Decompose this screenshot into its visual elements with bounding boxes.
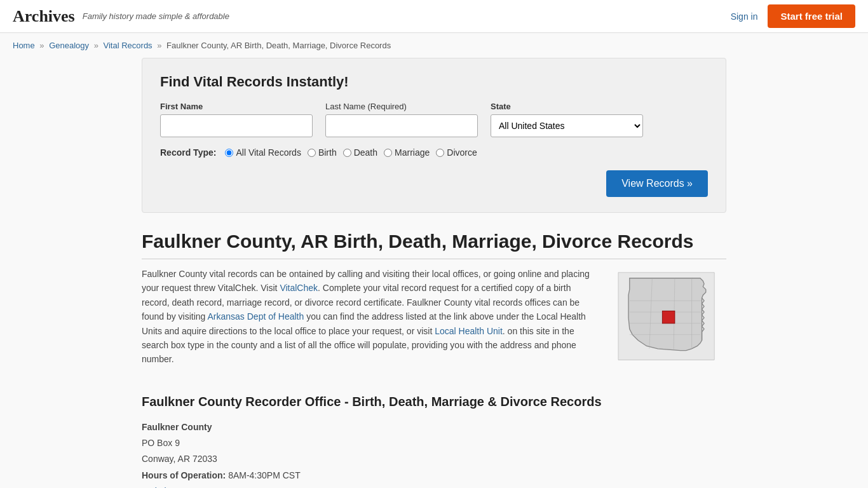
breadcrumb-sep1: » [39, 41, 44, 50]
view-records-button[interactable]: View Records » [606, 170, 708, 197]
local-health-link[interactable]: Local Health Unit [435, 326, 503, 336]
office-name: Faulkner County [142, 419, 726, 435]
signin-link[interactable]: Sign in [731, 11, 758, 22]
radio-divorce[interactable] [436, 149, 444, 157]
first-name-input[interactable] [160, 114, 313, 137]
main-content: Find Vital Records Instantly! First Name… [129, 58, 739, 488]
search-card-title: Find Vital Records Instantly! [160, 74, 708, 90]
last-name-label: Last Name (Required) [325, 102, 478, 111]
body-text: Faulkner County vital records can be ont… [142, 267, 597, 370]
header-logo-area: Archives Family history made simple & af… [13, 7, 229, 26]
site-logo: Archives [13, 7, 75, 26]
state-label: State [491, 102, 643, 111]
office-hours: Hours of Operation: 8AM-4:30PM CST [142, 468, 726, 484]
breadcrumb-sep2: » [94, 41, 98, 50]
radio-death[interactable] [343, 149, 351, 157]
last-name-group: Last Name (Required) [325, 102, 478, 137]
record-type-birth[interactable]: Birth [308, 147, 337, 158]
record-type-death[interactable]: Death [343, 147, 377, 158]
radio-birth[interactable] [308, 149, 316, 157]
form-fields-row: First Name Last Name (Required) State Al… [160, 102, 708, 137]
radio-marriage[interactable] [384, 149, 392, 157]
breadcrumb-sep3: » [157, 41, 161, 50]
ar-health-link[interactable]: Arkansas Dept of Health [208, 311, 304, 322]
vitalchek-link[interactable]: VitalChek [280, 283, 318, 293]
view-records-row: View Records » [160, 170, 708, 197]
record-type-all[interactable]: All Vital Records [225, 147, 301, 158]
record-type-label: Record Type: [160, 147, 216, 158]
record-type-divorce[interactable]: Divorce [436, 147, 477, 158]
first-name-label: First Name [160, 102, 313, 111]
breadcrumb-vital-records[interactable]: Vital Records [104, 41, 153, 50]
state-map [612, 267, 726, 370]
first-name-group: First Name [160, 102, 313, 137]
hours-label: Hours of Operation: [142, 470, 226, 480]
record-type-row: Record Type: All Vital Records Birth Dea… [160, 147, 708, 158]
radio-all[interactable] [225, 149, 233, 157]
hours-value: 8AM-4:30PM CST [228, 470, 301, 480]
header-actions: Sign in Start free trial [731, 4, 855, 28]
arkansas-map-svg [612, 267, 726, 369]
breadcrumb-current: Faulkner County, AR Birth, Death, Marria… [166, 41, 391, 50]
faulkner-county-highlight [662, 311, 675, 323]
state-group: State All United States Alabama Alaska A… [491, 102, 643, 137]
office-address1: PO Box 9 [142, 435, 726, 451]
office-address2: Conway, AR 72033 [142, 451, 726, 467]
site-tagline: Family history made simple & affordable [83, 11, 229, 21]
search-card: Find Vital Records Instantly! First Name… [142, 58, 726, 213]
content-map-area: Faulkner County vital records can be ont… [142, 267, 726, 370]
last-name-input[interactable] [325, 114, 478, 137]
site-header: Archives Family history made simple & af… [0, 0, 868, 33]
page-title: Faulkner County, AR Birth, Death, Marria… [142, 231, 726, 259]
breadcrumb-genealogy[interactable]: Genealogy [49, 41, 89, 50]
sub-heading: Faulkner County Recorder Office - Birth,… [142, 388, 726, 409]
office-info: Faulkner County PO Box 9 Conway, AR 7203… [142, 419, 726, 488]
body-paragraph: Faulkner County vital records can be ont… [142, 267, 597, 367]
state-select[interactable]: All United States Alabama Alaska Arizona… [491, 114, 643, 137]
start-trial-button[interactable]: Start free trial [768, 4, 855, 28]
record-type-marriage[interactable]: Marriage [384, 147, 430, 158]
breadcrumb: Home » Genealogy » Vital Records » Faulk… [0, 33, 868, 58]
breadcrumb-home[interactable]: Home [13, 41, 35, 50]
